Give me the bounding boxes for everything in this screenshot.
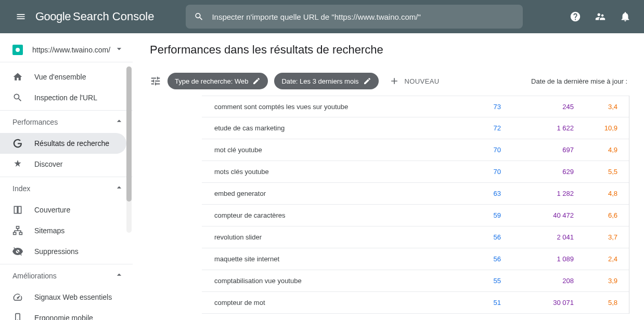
filter-icon[interactable] <box>150 75 161 87</box>
sidebar-item-mobile[interactable]: Ergonomie mobile <box>0 308 126 320</box>
sidebar-item-search-results[interactable]: Résultats de recherche <box>0 133 126 154</box>
impressions-cell: 1 089 <box>514 255 587 263</box>
speed-icon <box>12 292 25 302</box>
last-update-label: Date de la dernière mise à jour : <box>531 77 627 85</box>
chip-date[interactable]: Date: Les 3 derniers mois <box>274 73 378 89</box>
clicks-cell: 51 <box>452 299 514 306</box>
position-cell: 3,7 <box>587 233 629 241</box>
impressions-cell: 629 <box>514 168 587 176</box>
svg-rect-2 <box>18 206 21 213</box>
query-cell[interactable]: mots clés youtube <box>202 168 452 176</box>
sidebar-section-performance[interactable]: Performances <box>0 110 133 133</box>
clicks-cell: 55 <box>452 277 514 285</box>
query-cell[interactable]: embed generator <box>202 190 452 197</box>
mobile-icon <box>12 313 25 320</box>
query-cell[interactable]: compteur de caractères <box>202 211 452 219</box>
sidebar-item-label: Suppressions <box>34 247 79 256</box>
query-cell[interactable]: maquette site internet <box>202 255 452 263</box>
main-content: Performances dans les résultats de reche… <box>133 33 644 320</box>
notifications-icon[interactable] <box>615 6 636 27</box>
sidebar-item-label: Vue d'ensemble <box>34 73 86 81</box>
plus-icon <box>389 76 400 86</box>
query-cell[interactable]: compteur de mot <box>202 299 452 306</box>
impressions-cell: 40 472 <box>514 211 587 219</box>
impressions-cell: 245 <box>514 103 587 111</box>
property-selector[interactable]: https://www.twaino.com/ <box>0 37 133 62</box>
app-header: Google Search Console <box>0 0 644 33</box>
chip-search-type[interactable]: Type de recherche: Web <box>168 73 268 89</box>
sidebar-section-index[interactable]: Index <box>0 177 133 199</box>
property-url: https://www.twaino.com/ <box>32 46 114 54</box>
table-row[interactable]: comment sont comptés les vues sur youtub… <box>202 96 629 117</box>
hamburger-menu[interactable] <box>8 4 33 29</box>
sidebar-item-coverage[interactable]: Couverture <box>0 199 126 220</box>
url-search-input[interactable] <box>212 12 514 21</box>
sidebar-item-removals[interactable]: Suppressions <box>0 241 126 262</box>
impressions-cell: 697 <box>514 146 587 154</box>
sidebar-item-discover[interactable]: Discover <box>0 154 126 175</box>
sidebar-item-label: Discover <box>34 160 62 168</box>
impressions-cell: 1 282 <box>514 190 587 197</box>
scrollbar-thumb[interactable] <box>126 66 132 202</box>
impressions-cell: 2 041 <box>514 233 587 241</box>
clicks-cell: 73 <box>452 103 514 111</box>
query-cell[interactable]: revolution slider <box>202 233 452 241</box>
chip-label: Type de recherche: Web <box>175 77 248 85</box>
sidebar-item-label: Signaux Web essentiels <box>34 293 112 301</box>
help-icon[interactable] <box>565 6 586 27</box>
sidebar-item-overview[interactable]: Vue d'ensemble <box>0 66 126 87</box>
clicks-cell: 70 <box>452 146 514 154</box>
table-row[interactable]: compteur de caractères5940 4726,6 <box>202 205 629 226</box>
position-cell: 3,9 <box>587 277 629 285</box>
sidebar-item-label: Inspection de l'URL <box>34 94 97 102</box>
page-title: Performances dans les résultats de reche… <box>133 33 644 66</box>
table-row[interactable]: mots clés youtube706295,5 <box>202 161 629 183</box>
impressions-cell: 208 <box>514 277 587 285</box>
discover-icon <box>12 159 25 169</box>
table-row[interactable]: revolution slider562 0413,7 <box>202 226 629 248</box>
query-cell[interactable]: comment sont comptés les vues sur youtub… <box>202 103 452 111</box>
position-cell: 10,9 <box>587 124 629 132</box>
position-cell: 4,8 <box>587 190 629 197</box>
sidebar-item-label: Sitemaps <box>34 226 65 235</box>
table-row[interactable]: maquette site internet561 0892,4 <box>202 248 629 270</box>
position-cell: 6,6 <box>587 211 629 219</box>
sidebar-section-enhancements[interactable]: Améliorations <box>0 264 133 287</box>
section-label: Améliorations <box>12 272 57 280</box>
url-search-box[interactable] <box>186 5 523 29</box>
logo[interactable]: Google Search Console <box>35 10 154 23</box>
sidebar-item-sitemaps[interactable]: Sitemaps <box>0 220 126 241</box>
table-row[interactable]: compteur de mot5130 0715,8 <box>202 292 629 314</box>
add-filter-button[interactable]: NOUVEAU <box>389 76 440 86</box>
property-favicon <box>12 45 23 55</box>
query-cell[interactable]: etude de cas marketing <box>202 124 452 132</box>
sidebar-item-web-vitals[interactable]: Signaux Web essentiels <box>0 287 126 308</box>
home-icon <box>12 72 25 82</box>
clicks-cell: 59 <box>452 211 514 219</box>
position-cell: 5,8 <box>587 299 629 306</box>
table-row[interactable]: mot clé youtube706974,9 <box>202 139 629 161</box>
filter-bar: Type de recherche: Web Date: Les 3 derni… <box>133 66 644 96</box>
position-cell: 4,9 <box>587 146 629 154</box>
pencil-icon <box>252 77 261 85</box>
sidebar-item-label: Résultats de recherche <box>34 139 109 148</box>
query-cell[interactable]: mot clé youtube <box>202 146 452 154</box>
query-cell[interactable]: comptabilisation vue youtube <box>202 277 452 285</box>
chip-label: Date: Les 3 derniers mois <box>281 77 358 85</box>
section-label: Index <box>12 184 30 193</box>
logo-search-console: Search Console <box>73 10 154 23</box>
svg-rect-5 <box>19 232 22 234</box>
clicks-cell: 56 <box>452 255 514 263</box>
table-row[interactable]: comptabilisation vue youtube552083,9 <box>202 270 629 292</box>
impressions-cell: 1 622 <box>514 124 587 132</box>
users-icon[interactable] <box>590 6 611 27</box>
sidebar-item-url-inspection[interactable]: Inspection de l'URL <box>0 87 126 108</box>
search-icon <box>12 92 25 103</box>
sidebar-item-label: Ergonomie mobile <box>34 314 93 320</box>
table-row[interactable]: embed generator631 2824,8 <box>202 183 629 205</box>
removals-icon <box>12 246 25 257</box>
svg-point-0 <box>16 48 20 52</box>
table-row[interactable]: etude de cas marketing721 62210,9 <box>202 117 629 139</box>
coverage-icon <box>12 205 25 215</box>
svg-rect-6 <box>16 314 20 320</box>
